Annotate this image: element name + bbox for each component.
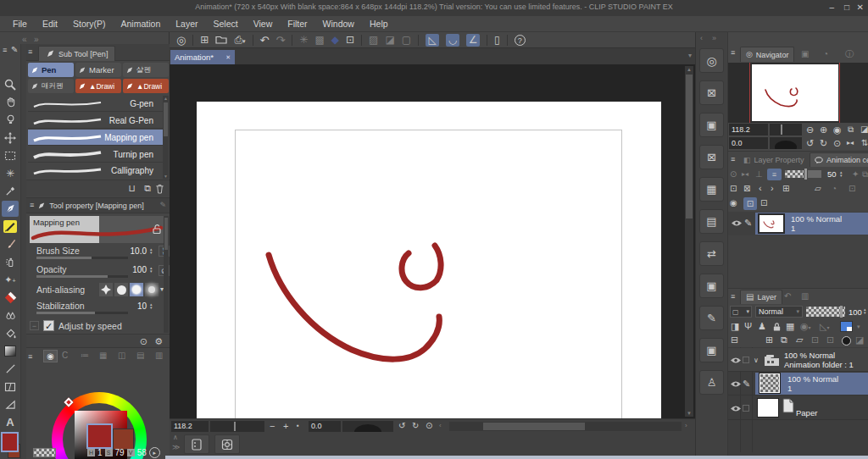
cels-dim-icon-2[interactable]: ⊡ [849, 185, 855, 193]
deselect-button[interactable]: ✳ [299, 35, 308, 45]
tool-airbrush[interactable] [2, 254, 19, 270]
lock-open-icon[interactable] [152, 224, 162, 235]
enable-mask-icon[interactable]: ◉▾ [800, 322, 811, 331]
scroll-down-icon[interactable]: ▼ [164, 174, 168, 179]
tool-gradient[interactable] [2, 343, 19, 359]
duplicate-subtool-icon[interactable]: ⧉ [144, 184, 151, 193]
menu-view[interactable]: View [246, 19, 281, 29]
tool-pencil[interactable] [2, 218, 19, 235]
subtool-scrollbar[interactable]: ▲ ▼ [163, 96, 169, 179]
canvas-rotation-slider[interactable] [342, 421, 393, 432]
close-button[interactable]: ✕ [857, 3, 864, 12]
layer-row-animation-folder[interactable]: ∨ 100 % Normal Animation folder : 1 [728, 348, 868, 372]
flip-cels-icon[interactable]: ▸◂ [742, 171, 748, 178]
light-table-icon[interactable]: ⊥ [755, 170, 763, 179]
nav-100-icon[interactable]: ◉ [833, 125, 842, 135]
animation-cels-tab[interactable]: Animation cels [810, 152, 868, 167]
palette-button-7[interactable]: ▣ [699, 274, 724, 298]
layer-opacity-value[interactable]: 100 [849, 307, 862, 317]
minimize-button[interactable]: – [829, 3, 834, 12]
tool-hand[interactable] [2, 94, 19, 110]
cels-dim-icon-1[interactable]: ◔ [832, 185, 837, 193]
layer-color-chip[interactable] [840, 321, 853, 332]
subview-tab-icon[interactable]: ▣ [801, 50, 809, 58]
palette-button-5[interactable]: ▤ [699, 209, 724, 234]
opacity-stepper[interactable]: ▴▾ [150, 266, 153, 273]
subtool-group-3[interactable]: 샬펜 [123, 63, 169, 77]
nav-flip-horizontal-icon[interactable]: ▸◂ [847, 140, 854, 147]
menu-filter[interactable]: Filter [280, 19, 314, 29]
aa-strong-option[interactable] [145, 283, 159, 296]
tool-brush[interactable] [2, 236, 19, 252]
snap-to-special-ruler-button[interactable]: ◡ [446, 34, 459, 47]
aa-weak-option[interactable] [114, 283, 128, 296]
slider-thumb[interactable] [781, 124, 782, 135]
eye-icon[interactable] [730, 380, 742, 388]
clip-at-layer-below-icon[interactable]: ◨ [731, 322, 739, 331]
scroll-up-icon[interactable]: ▲ [164, 96, 168, 101]
shade-button[interactable]: ◪ [385, 35, 394, 45]
cels-extra-icon-2[interactable]: ⧉ [862, 170, 868, 179]
tool-figure[interactable] [2, 361, 19, 377]
divide-frame-icon[interactable]: ⊟ [731, 335, 738, 345]
subtool-item-realgpen[interactable]: Real G-Pen [28, 113, 164, 129]
rotate-cw-button[interactable]: ↻ [412, 422, 419, 430]
brush-size-slider[interactable] [36, 257, 128, 259]
lock-layer-icon[interactable] [772, 322, 782, 332]
tool-zoom[interactable] [2, 76, 19, 92]
chevron-down-icon[interactable]: ▾ [857, 324, 860, 329]
tool-text[interactable]: A [2, 414, 19, 430]
scroll-down-icon[interactable]: ▼ [687, 411, 692, 416]
navigator-zoom-slider[interactable] [770, 124, 802, 135]
navigator-zoom-value[interactable]: 118.2 [729, 124, 768, 135]
reset-rotation-button[interactable]: ⊙ [426, 422, 432, 430]
opacity-slider[interactable] [36, 275, 128, 278]
slider-thumb[interactable] [234, 422, 236, 431]
ruler-range-icon[interactable]: ◺▾ [820, 322, 829, 331]
document-tab[interactable]: Animation* ✕ [170, 50, 235, 64]
color-set-tab[interactable]: ≔ [81, 351, 89, 360]
approx-color-tab[interactable]: ◫ [118, 351, 125, 360]
new-folder-icon[interactable]: ▱ [796, 335, 803, 345]
subtool-group-4[interactable]: 매커펜 [28, 79, 74, 93]
palette-button-4[interactable]: ▦ [699, 177, 724, 202]
scroll-up-icon[interactable]: ▲ [687, 67, 692, 72]
next-cel-icon[interactable]: › [771, 184, 774, 193]
slider-thumb[interactable] [840, 306, 843, 318]
snap-to-ruler-button[interactable]: ◺ [426, 34, 439, 47]
information-tab-icon[interactable]: ⓘ [845, 50, 854, 58]
layer-opacity-stepper[interactable]: ▴▾ [864, 307, 866, 314]
color-mixing-tab[interactable]: ▥ [155, 351, 163, 360]
layer-opacity-slider[interactable] [806, 307, 845, 317]
edit-cel-toggle[interactable]: ⊡ [743, 197, 757, 210]
subtool-group-draw2[interactable]: ▲Drawi [123, 79, 169, 93]
hscroll-left-icon[interactable]: ‹ [439, 423, 442, 429]
toolprop-menu-icon[interactable]: ≡ [30, 202, 34, 209]
tool-eyedropper[interactable] [2, 183, 19, 199]
quick-access-palette-button[interactable]: ◎ [699, 48, 724, 73]
subtool-item-mappingpen[interactable]: Mapping pen [28, 130, 164, 146]
layer-grid-icon[interactable]: ▥ [801, 292, 809, 301]
selected-layer-region[interactable]: 100 % Normal 1 [755, 373, 868, 395]
open-file-button[interactable] [215, 35, 227, 45]
menu-animation[interactable]: Animation [114, 19, 169, 29]
navigator-preview[interactable] [728, 63, 868, 123]
frame-button[interactable]: ▢ [402, 35, 411, 45]
tool-palette-menu-icon[interactable]: ≡ [3, 47, 7, 54]
workspace-button-2[interactable] [214, 434, 240, 454]
opacity-value[interactable]: 100 [126, 265, 147, 274]
palette-button-3[interactable]: ⊠ [699, 145, 724, 169]
tool-blend[interactable] [2, 307, 19, 324]
dock-collapse-left-icon[interactable]: « [22, 36, 27, 44]
color-slider-tab[interactable]: C [62, 351, 68, 360]
canvas-zoom-slider[interactable] [210, 421, 264, 432]
stabilization-value[interactable]: 10 [126, 301, 147, 311]
tab-list-icon[interactable]: ▾ [688, 53, 692, 59]
border-effect-button[interactable]: ▨ [369, 35, 378, 45]
draft-layer-icon[interactable]: ♟ [758, 322, 766, 331]
navigator-rotation-value[interactable]: 0.0 [729, 137, 768, 149]
palette-button-9[interactable]: ▣ [699, 338, 724, 362]
navigator-tab[interactable]: ◎ Navigator [740, 47, 794, 62]
tool-operation[interactable] [2, 112, 19, 128]
eye-icon[interactable] [730, 357, 742, 364]
